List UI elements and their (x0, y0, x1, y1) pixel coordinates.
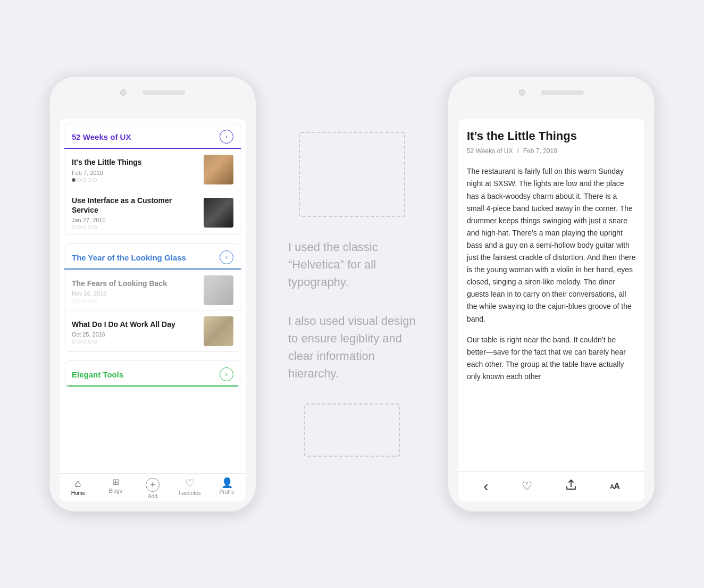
dot-2-1 (72, 225, 76, 229)
article-thumb-3 (204, 275, 233, 305)
article-date-4: Oct 25, 2016 (72, 331, 197, 338)
article-source: 52 Weeks of UX (467, 147, 513, 155)
middle-text-visual: I also used visual design to ensure legi… (288, 312, 416, 382)
article-dots-2 (72, 225, 197, 229)
article-body-p1: The restaurant is fairly full on this wa… (467, 165, 636, 325)
share-button[interactable] (565, 479, 577, 494)
article-view-title: It’s the Little Things (467, 129, 636, 143)
speaker-2 (541, 90, 584, 95)
nav-item-blogs[interactable]: ⊞ Blogs (97, 478, 134, 499)
dot-3-5 (93, 299, 97, 303)
dot-3-3 (82, 299, 86, 303)
dot-4-2 (77, 340, 81, 343)
favorites-icon: ♡ (185, 478, 195, 489)
dot-3-4 (88, 299, 91, 303)
article-info-1: It's the Little Things Feb 7, 2010 (72, 157, 197, 181)
front-camera (120, 89, 127, 96)
thumb-image-2 (204, 198, 233, 228)
dot-4-3 (82, 340, 86, 343)
article-view-meta: 52 Weeks of UX I Feb 7, 2010 (467, 147, 636, 155)
article-dots-3 (72, 299, 197, 303)
nav-label-profile: Profile (220, 489, 234, 495)
feed-section-eleganttools: Elegant Tools › (64, 360, 241, 387)
blogs-icon: ⊞ (112, 478, 119, 486)
thumb-image-4 (204, 316, 233, 346)
phone-top-bar (49, 89, 256, 96)
nav-label-add: Add (148, 493, 157, 499)
dot-3-1 (72, 299, 76, 303)
article-title-3: The Fears of Looking Back (72, 279, 197, 288)
article-thumb-1 (204, 155, 233, 184)
article-date: Feb 7, 2010 (523, 147, 557, 155)
dot-2-5 (93, 225, 97, 229)
feed-section-52weeks: 52 Weeks of UX › It's the Little Things … (64, 123, 241, 235)
dot-2-4 (88, 225, 91, 229)
heart-button[interactable]: ♡ (522, 480, 532, 493)
article-info-3: The Fears of Looking Back Nov 16, 2016 (72, 279, 197, 303)
article-item-work-day[interactable]: What Do I Do At Work All Day Oct 25, 201… (64, 310, 241, 351)
section-chevron-eleganttools[interactable]: › (220, 367, 233, 381)
article-date-2: Jan 27, 2010 (72, 217, 197, 223)
nav-item-add[interactable]: + Add (134, 478, 171, 499)
thumb-image-3 (204, 275, 233, 305)
article-item-looking-back[interactable]: The Fears of Looking Back Nov 16, 2016 (64, 270, 241, 310)
nav-label-home: Home (71, 490, 86, 496)
section-title-lookingglass: The Year of the Looking Glass (72, 253, 186, 262)
article-title-4: What Do I Do At Work All Day (72, 320, 197, 329)
article-thumb-4 (204, 316, 233, 346)
article-date-3: Nov 16, 2016 (72, 290, 197, 297)
section-title-eleganttools: Elegant Tools (72, 370, 123, 379)
nav-item-favorites[interactable]: ♡ Favorites (171, 478, 208, 499)
dot-1-2 (77, 178, 81, 182)
dot-1-3 (82, 178, 86, 182)
nav-label-favorites: Favorites (179, 490, 200, 496)
article-info-4: What Do I Do At Work All Day Oct 25, 201… (72, 320, 197, 343)
article-date-1: Feb 7, 2010 (72, 170, 197, 176)
article-thumb-2 (204, 198, 233, 228)
article-info-2: Use Interface as a Customer Service Jan … (72, 196, 197, 229)
dot-4-1 (72, 340, 76, 343)
section-chevron-lookingglass[interactable]: › (220, 250, 233, 264)
article-title-2: Use Interface as a Customer Service (72, 196, 197, 215)
bottom-navigation: ⌂ Home ⊞ Blogs + Add ♡ Favorites 👤 Profi… (60, 473, 246, 501)
article-item-customer-service[interactable]: Use Interface as a Customer Service Jan … (64, 190, 241, 234)
phone-screen-1: 52 Weeks of UX › It's the Little Things … (60, 119, 246, 501)
thumb-image-1 (204, 155, 233, 184)
dot-3-2 (77, 299, 81, 303)
dot-1-4 (88, 178, 91, 182)
dashed-box-bottom (304, 404, 400, 457)
article-dots-4 (72, 340, 197, 343)
text-size-button[interactable]: AA (610, 482, 619, 491)
nav-label-blogs: Blogs (108, 488, 122, 494)
dashed-box-top (299, 132, 405, 217)
article-body-p2: Our table is right near the band. It cou… (467, 334, 636, 383)
phone-frame-2: It’s the Little Things 52 Weeks of UX I … (448, 76, 655, 512)
article-item-little-things[interactable]: It's the Little Things Feb 7, 2010 (64, 149, 241, 190)
back-button[interactable]: ‹ (483, 478, 488, 495)
phone-frame-1: 52 Weeks of UX › It's the Little Things … (49, 76, 256, 512)
middle-text-typography: I used the classic “Helvetica” for all t… (288, 238, 416, 291)
dot-4-5 (93, 340, 97, 343)
middle-panel: I used the classic “Helvetica” for all t… (278, 121, 426, 467)
section-title-52weeks: 52 Weeks of UX (72, 132, 131, 141)
article-meta-separator: I (517, 147, 518, 155)
article-title-1: It's the Little Things (72, 157, 197, 167)
article-content: It’s the Little Things 52 Weeks of UX I … (458, 119, 644, 471)
profile-icon: 👤 (221, 478, 233, 488)
article-bottom-bar: ‹ ♡ AA (458, 471, 644, 501)
article-body: The restaurant is fairly full on this wa… (467, 165, 636, 383)
front-camera-2 (519, 89, 525, 96)
nav-item-home[interactable]: ⌂ Home (60, 478, 97, 499)
dot-2-2 (77, 225, 81, 229)
speaker (143, 90, 185, 95)
article-dots-1 (72, 178, 197, 182)
feed-section-lookingglass: The Year of the Looking Glass › The Fear… (64, 243, 241, 352)
section-header-52weeks: 52 Weeks of UX › (64, 123, 241, 149)
phone-screen-2: It’s the Little Things 52 Weeks of UX I … (458, 119, 644, 501)
dot-1-5 (93, 178, 97, 182)
dot-1-1 (72, 178, 76, 182)
section-chevron-52weeks[interactable]: › (220, 130, 233, 144)
nav-item-profile[interactable]: 👤 Profile (208, 478, 246, 499)
add-icon: + (146, 478, 160, 492)
section-header-lookingglass: The Year of the Looking Glass › (64, 244, 241, 270)
